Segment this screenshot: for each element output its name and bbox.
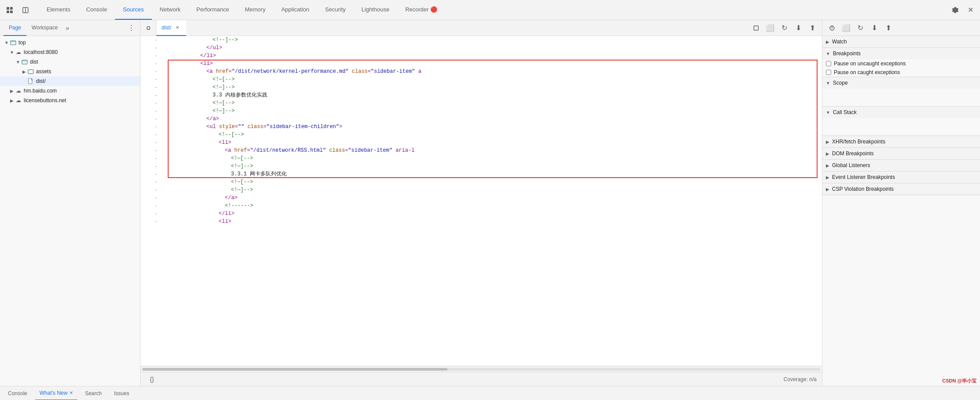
bottom-tab-whatsnew[interactable]: What's New ✕	[35, 386, 77, 400]
code-line: – 3.3.1 网卡多队列优化	[141, 170, 822, 178]
right-panel-icon-1[interactable]	[826, 22, 838, 34]
callstack-header[interactable]: ▼ Call Stack	[822, 107, 980, 118]
code-line: – <!--[-->	[141, 131, 822, 139]
line-number: –	[141, 186, 162, 194]
line-number: –	[141, 60, 162, 68]
tab-security[interactable]: Security	[317, 0, 353, 20]
source-tab-close-btn[interactable]: ✕	[174, 24, 181, 31]
tree-label-dist-file: dist/	[36, 78, 46, 84]
watch-section: ▶ Watch	[822, 36, 980, 48]
settings-icon[interactable]	[949, 4, 962, 16]
right-panel-icon-3[interactable]: ↻	[854, 22, 866, 34]
global-header[interactable]: ▶ Global Listeners	[822, 160, 980, 171]
nav-tabs: Elements Console Sources Network Perform…	[39, 0, 949, 20]
tab-application[interactable]: Application	[274, 0, 317, 20]
svg-rect-10	[754, 26, 758, 30]
source-nav-back[interactable]	[141, 20, 156, 36]
tab-workspace[interactable]: Workspace	[26, 20, 63, 36]
tab-lighthouse[interactable]: Lighthouse	[353, 0, 397, 20]
code-line: – <!—[-->	[141, 178, 822, 186]
source-down-icon[interactable]: ⬇	[792, 22, 804, 34]
tab-elements[interactable]: Elements	[39, 0, 78, 20]
line-content: <ul style="" class="sidebar-item-childre…	[162, 123, 822, 131]
code-line: – </a>	[141, 115, 822, 123]
code-line: – <li>	[141, 218, 822, 225]
tree-item-licensebuttons[interactable]: ▶ ☁ licensebuttons.net	[0, 96, 140, 105]
file-icon-dist	[27, 78, 34, 85]
tab-recorder[interactable]: Recorder 🔴	[397, 0, 445, 20]
tree-item-assets[interactable]: ▶ assets	[0, 67, 140, 76]
close-devtools-icon[interactable]: ✕	[964, 4, 976, 16]
dom-header[interactable]: ▶ DOM Breakpoints	[822, 148, 980, 159]
code-view[interactable]: – <!--]--> – </ul> – </li> – <li>	[141, 36, 822, 366]
toolbar-icons	[4, 4, 32, 16]
dock-icon[interactable]	[19, 4, 32, 16]
bottom-tab-search[interactable]: Search	[81, 386, 106, 400]
main-layout: Page Workspace » ⋮ ▼ top ▼	[0, 20, 980, 386]
tree-label-baidu: hm.baidu.com	[24, 88, 57, 94]
panel-menu-button[interactable]: ⋮	[126, 22, 137, 34]
source-up-icon[interactable]: ⬆	[806, 22, 818, 34]
pause-caught-label: Pause on caught exceptions	[834, 69, 900, 75]
tab-performance[interactable]: Performance	[188, 0, 237, 20]
more-tabs-button[interactable]: »	[63, 25, 72, 32]
right-panel-toolbar: ⬜ ↻ ⬇ ⬆	[822, 20, 980, 36]
pause-uncaught-checkbox[interactable]	[826, 61, 831, 66]
horizontal-scrollbar[interactable]	[141, 366, 822, 372]
cloud-icon-baidu: ☁	[15, 87, 22, 94]
line-number: –	[141, 146, 162, 154]
right-panel: ⬜ ↻ ⬇ ⬆ ▶ Watch ▼ Breakpoints P	[822, 20, 980, 386]
tree-item-baidu[interactable]: ▶ ☁ hm.baidu.com	[0, 86, 140, 96]
line-content: <!—]-->	[162, 186, 822, 194]
tab-console[interactable]: Console	[78, 0, 115, 20]
xhr-header[interactable]: ▶ XHR/fetch Breakpoints	[822, 136, 980, 147]
right-panel-icon-2[interactable]: ⬜	[840, 22, 852, 34]
tree-item-localhost[interactable]: ▼ ☁ localhost:8080	[0, 47, 140, 57]
coverage-text: Coverage: n/a	[784, 376, 817, 382]
global-section: ▶ Global Listeners	[822, 160, 980, 171]
line-number: –	[141, 36, 162, 44]
scope-header[interactable]: ▼ Scope	[822, 77, 980, 89]
watch-header[interactable]: ▶ Watch	[822, 36, 980, 47]
source-tab-dist[interactable]: dist/ ✕	[156, 20, 186, 36]
source-refresh-icon[interactable]: ↻	[778, 22, 790, 34]
code-line: – <a href="/dist/network/RSS.html" class…	[141, 146, 822, 154]
source-format-icon[interactable]	[750, 22, 762, 34]
svg-rect-0	[7, 7, 9, 10]
pause-caught-checkbox[interactable]	[826, 70, 831, 75]
csp-header[interactable]: ▶ CSP Violation Breakpoints	[822, 183, 980, 195]
event-header[interactable]: ▶ Event Listener Breakpoints	[822, 171, 980, 183]
bottom-tab-console[interactable]: Console	[4, 386, 32, 400]
pause-uncaught-label: Pause on uncaught exceptions	[834, 61, 906, 67]
source-split-icon[interactable]: ⬜	[764, 22, 776, 34]
line-number: –	[141, 194, 162, 202]
code-line: – <!—]-->	[141, 162, 822, 170]
tree-item-top[interactable]: ▼ top	[0, 38, 140, 47]
tab-network[interactable]: Network	[152, 0, 189, 20]
right-panel-icon-5[interactable]: ⬆	[882, 22, 894, 34]
tab-memory[interactable]: Memory	[237, 0, 274, 20]
scope-label: Scope	[833, 80, 848, 86]
devtools-menu-icon[interactable]	[4, 4, 16, 16]
line-number: –	[141, 68, 162, 75]
line-content: <li>	[162, 60, 822, 68]
bottom-tab-issues[interactable]: Issues	[110, 386, 134, 400]
line-number: –	[141, 44, 162, 52]
right-panel-icon-4[interactable]: ⬇	[868, 22, 880, 34]
tree-item-dist-root[interactable]: ▼ dist	[0, 57, 140, 67]
format-btn[interactable]: {}	[146, 373, 158, 386]
line-content: </a>	[162, 194, 822, 202]
scroll-track	[142, 368, 820, 371]
code-line: – <a href="/dist/network/kernel-performa…	[141, 68, 822, 75]
callstack-section: ▼ Call Stack	[822, 107, 980, 136]
line-content: </li>	[162, 210, 822, 218]
breakpoints-arrow: ▼	[826, 51, 830, 56]
tab-page[interactable]: Page	[4, 20, 26, 36]
breakpoints-header[interactable]: ▼ Breakpoints	[822, 48, 980, 59]
source-tabs: dist/ ✕ ⬜ ↻ ⬇ ⬆	[141, 20, 822, 36]
bottom-tab-whatsnew-close[interactable]: ✕	[69, 390, 73, 395]
line-number: –	[141, 91, 162, 99]
tree-label-assets: assets	[36, 68, 51, 75]
tree-item-dist-file[interactable]: ▶ dist/	[0, 76, 140, 86]
tab-sources[interactable]: Sources	[115, 0, 152, 20]
